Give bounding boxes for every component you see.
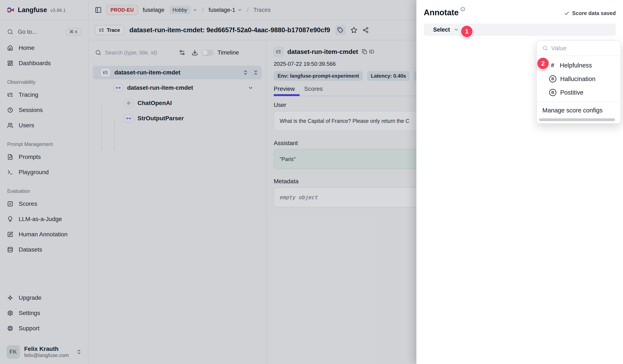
info-icon [461,7,465,11]
numeric-type-icon: # [549,62,556,69]
app-window: Langfuse v3.86.1 Go to... ⌘ K Home Dashb… [0,0,623,364]
score-option-helpfulness[interactable]: # Helpfulness [537,59,621,72]
select-label: Select [433,26,450,33]
score-option-label: Helpfulness [560,62,592,69]
check-icon [564,11,570,16]
save-status-text: Score data saved [572,10,616,16]
score-option-hallucination[interactable]: B Hallucination [537,72,621,86]
score-option-label: Hallucination [560,76,595,83]
score-config-list: # Helpfulness B Hallucination B Postitiv… [537,56,621,102]
boolean-type-icon: B [549,75,556,83]
score-config-popover: # Helpfulness B Hallucination B Postitiv… [536,40,621,124]
value-search-input[interactable] [551,45,611,52]
horizontal-scrollbar[interactable] [539,118,615,121]
boolean-type-icon: B [549,89,556,96]
score-option-postitive[interactable]: B Postitive [537,86,621,99]
popover-search-row [537,41,621,56]
manage-score-configs-button[interactable]: Manage score configs [537,102,621,118]
save-status: Score data saved [564,10,616,16]
step-marker-1: 1 [461,26,472,37]
annotate-title: Annotate [424,8,459,17]
score-option-label: Postitive [560,89,583,96]
chevron-down-icon [453,27,459,32]
search-icon [542,45,548,51]
score-select-dropdown[interactable]: Select [424,23,616,36]
step-marker-2: 2 [537,58,549,69]
